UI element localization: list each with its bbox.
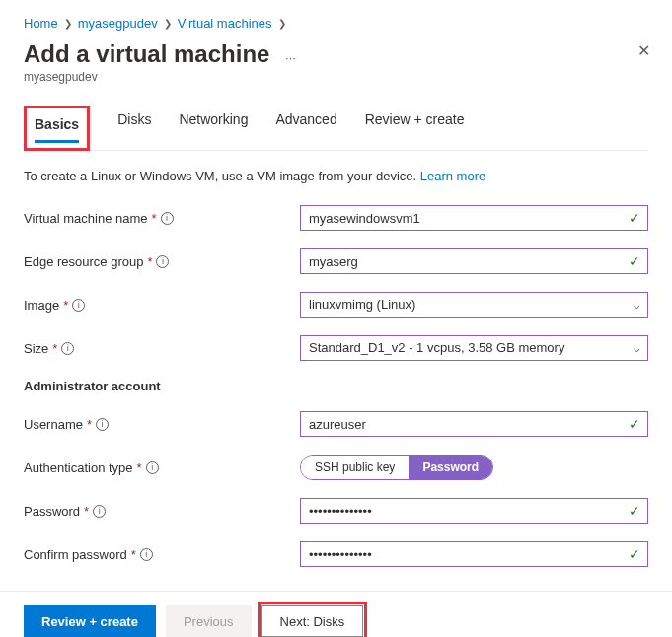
breadcrumb-vms[interactable]: Virtual machines (178, 16, 272, 31)
tab-networking[interactable]: Networking (179, 106, 248, 150)
required-icon: * (63, 298, 68, 313)
chevron-right-icon: ❯ (278, 18, 286, 29)
image-select[interactable]: linuxvmimg (Linux) (300, 292, 648, 318)
breadcrumb: Home ❯ myasegpudev ❯ Virtual machines ❯ (24, 16, 648, 31)
auth-type-label: Authentication type (24, 460, 133, 475)
learn-more-link[interactable]: Learn more (420, 169, 485, 183)
required-icon: * (137, 460, 142, 475)
info-icon[interactable]: i (156, 255, 169, 268)
confirm-password-label: Confirm password (24, 547, 127, 562)
chevron-right-icon: ❯ (64, 18, 72, 29)
tab-review[interactable]: Review + create (365, 106, 465, 150)
info-icon[interactable]: i (93, 505, 106, 518)
info-icon[interactable]: i (146, 461, 159, 474)
required-icon: * (52, 341, 57, 356)
tab-disks[interactable]: Disks (117, 106, 151, 150)
resource-group-input[interactable] (300, 248, 648, 274)
resource-group-label: Edge resource group (24, 254, 143, 269)
page-title: Add a virtual machine (24, 40, 269, 68)
page-subtitle: myasegpudev (24, 70, 648, 84)
chevron-right-icon: ❯ (164, 18, 172, 29)
vm-name-input[interactable] (300, 205, 648, 231)
close-button[interactable]: ✕ (637, 41, 650, 60)
auth-password-option[interactable]: Password (409, 456, 492, 479)
more-icon[interactable]: ··· (285, 50, 296, 65)
tab-basics[interactable]: Basics (35, 110, 79, 142)
tab-advanced[interactable]: Advanced (275, 106, 336, 150)
size-label: Size (24, 341, 48, 356)
tab-basics-highlight: Basics (24, 106, 90, 151)
required-icon: * (147, 254, 152, 269)
info-icon[interactable]: i (61, 342, 74, 355)
required-icon: * (131, 547, 136, 562)
required-icon: * (87, 417, 92, 432)
breadcrumb-home[interactable]: Home (24, 16, 58, 31)
previous-button: Previous (166, 605, 252, 637)
breadcrumb-resource[interactable]: myasegpudev (78, 16, 158, 31)
info-icon[interactable]: i (140, 548, 153, 561)
image-label: Image (24, 298, 59, 313)
footer-bar: Review + create Previous Next: Disks (0, 591, 672, 637)
confirm-password-input[interactable] (300, 541, 648, 567)
review-create-button[interactable]: Review + create (24, 605, 156, 637)
password-label: Password (24, 504, 80, 519)
required-icon: * (84, 504, 89, 519)
admin-section-heading: Administrator account (24, 379, 648, 393)
description: To create a Linux or Windows VM, use a V… (24, 169, 648, 183)
username-label: Username (24, 417, 83, 432)
password-input[interactable] (300, 498, 648, 524)
vm-name-label: Virtual machine name (24, 211, 148, 226)
auth-type-toggle: SSH public key Password (300, 455, 493, 480)
close-icon: ✕ (637, 42, 650, 59)
auth-ssh-option[interactable]: SSH public key (301, 456, 409, 479)
username-input[interactable] (300, 411, 648, 437)
info-icon[interactable]: i (72, 299, 85, 312)
info-icon[interactable]: i (161, 212, 174, 225)
required-icon: * (152, 211, 157, 226)
info-icon[interactable]: i (96, 418, 109, 431)
tab-bar: Basics Disks Networking Advanced Review … (24, 106, 648, 151)
next-disks-button[interactable]: Next: Disks (261, 605, 364, 637)
size-select[interactable]: Standard_D1_v2 - 1 vcpus, 3.58 GB memory (300, 335, 648, 361)
